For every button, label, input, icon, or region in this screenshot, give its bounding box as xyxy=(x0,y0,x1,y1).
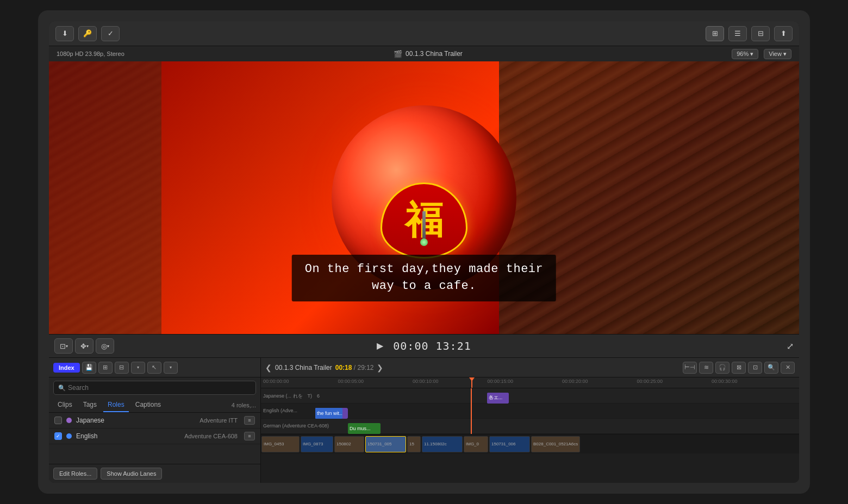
tab-tags[interactable]: Tags xyxy=(79,398,101,412)
timeline-arrow-right[interactable]: ❯ xyxy=(377,363,383,372)
top-toolbar: ⬇ 🔑 ✓ ⊞ ☰ ⊟ ⬆ xyxy=(49,21,799,46)
video-info-bar: 1080p HD 23.98p, Stereo 🎬 00.1.3 China T… xyxy=(49,46,799,61)
index-button[interactable]: Index xyxy=(53,363,80,373)
viewer-section: 1080p HD 23.98p, Stereo 🎬 00.1.3 China T… xyxy=(49,46,799,358)
search-input[interactable] xyxy=(68,384,251,392)
en-clip-13[interactable]: the fun wit... xyxy=(315,408,342,419)
grid-icon: ⊞ xyxy=(712,29,718,37)
filmstrip-clip-6[interactable]: 11.150802c xyxy=(422,436,463,452)
zoom-control[interactable]: 96% ▾ xyxy=(732,49,758,59)
download-button[interactable]: ⬇ xyxy=(55,26,74,41)
toolbar-left: ⬇ 🔑 ✓ xyxy=(55,26,120,41)
filmstrip-clip-3[interactable]: 150802 xyxy=(334,436,364,452)
list-button[interactable]: ☰ xyxy=(728,26,747,41)
show-audio-lanes-button[interactable]: Show Audio Lanes xyxy=(101,468,162,480)
sidebar-grid-button[interactable]: ⊟ xyxy=(115,362,129,374)
tab-captions[interactable]: Captions xyxy=(131,398,165,412)
english-lines-button[interactable]: ≡ xyxy=(244,432,255,440)
timeline-arrow-left[interactable]: ❮ xyxy=(265,363,272,372)
tl-audio-button[interactable]: ≋ xyxy=(699,362,713,374)
playback-tools-left: ⊡ ▾ ✥ ▾ ◎ ▾ xyxy=(54,338,114,354)
key-button[interactable]: 🔑 xyxy=(78,26,97,41)
timeline-nav-left: ❮ 00.1.3 China Trailer 00:18 / 29:12 ❯ xyxy=(265,363,383,372)
search-icon: 🔍 xyxy=(58,385,66,392)
tab-clips[interactable]: Clips xyxy=(53,398,77,412)
filmstrip-clip-8[interactable]: 150731_006 xyxy=(489,436,530,452)
english-name: English xyxy=(76,432,180,440)
english-track-label: English (Adve... xyxy=(261,408,300,413)
sidebar-toolbar: Index 💾 ⊞ ⊟ ▾ ↖ ▾ xyxy=(49,358,260,377)
check-button[interactable]: ✓ xyxy=(101,26,120,41)
playback-tools-right: ⤢ xyxy=(787,341,794,351)
filmstrip-clip-9[interactable]: B028_C001_0521A6cs xyxy=(531,436,580,452)
english-checkbox[interactable]: ✓ xyxy=(54,432,62,440)
playback-bar: ⊡ ▾ ✥ ▾ ◎ ▾ ▶ 00:00 13:21 ⤢ xyxy=(49,334,799,358)
chevron-down-icon3: ▾ xyxy=(107,344,109,349)
total-time: 29:12 xyxy=(357,364,373,371)
playhead-english xyxy=(471,404,472,419)
japanese-lines-button[interactable]: ≡ xyxy=(244,416,255,425)
sliders-icon: ⊟ xyxy=(758,29,764,37)
sidebar-share-button[interactable]: ⊞ xyxy=(98,362,113,374)
grid-button[interactable]: ⊞ xyxy=(706,26,724,41)
jp-clip-4[interactable]: 各エ... xyxy=(487,393,509,404)
sidebar-cursor-button[interactable]: ↖ xyxy=(147,362,161,374)
tl-zoom-in-button[interactable]: 🔍 xyxy=(764,362,778,374)
wood-texture-left xyxy=(49,61,161,334)
ruler-mark-6: 00:00:30:00 xyxy=(712,379,738,384)
ruler-mark-2: 00:00:10:00 xyxy=(413,379,439,384)
de-clip-3[interactable]: Du mus... xyxy=(348,423,381,434)
german-track-content: German (Adventure CEA-608) W Sprache... … xyxy=(261,419,799,434)
chevron-down-icon2: ▾ xyxy=(86,344,89,349)
sidebar-bottom-bar: Edit Roles... Show Audio Lanes xyxy=(49,464,260,483)
download-icon: ⬇ xyxy=(62,29,68,37)
japanese-name: Japanese xyxy=(76,417,195,424)
tl-snap-button[interactable]: ⊢⊣ xyxy=(683,362,697,374)
sidebar-cursor-chevron-button[interactable]: ▾ xyxy=(164,362,178,374)
video-title: 00.1.3 China Trailer xyxy=(406,50,463,58)
filmstrip-clip-7[interactable]: IMG_0 xyxy=(464,436,488,452)
layout-icon: ⊡ xyxy=(60,342,66,350)
subtitle-overlay: On the first day,they made their way to … xyxy=(292,255,556,301)
play-button[interactable]: ▶ xyxy=(377,341,388,351)
tl-split-button[interactable]: ⊠ xyxy=(732,362,746,374)
effect-button[interactable]: ◎ ▾ xyxy=(96,338,114,354)
tl-headphones-button[interactable]: 🎧 xyxy=(715,362,729,374)
track-english: English (Adve... Our intr... 008 Six... … xyxy=(261,404,799,419)
english-type: Adventure CEA-608 xyxy=(184,433,238,439)
timeline-title: 00.1.3 China Trailer xyxy=(275,364,332,371)
edit-roles-button[interactable]: Edit Roles... xyxy=(53,468,97,480)
export-button[interactable]: ⬆ xyxy=(774,26,793,41)
ruler-container: 00:00:00:00 00:00:05:00 00:00:10:00 00:0… xyxy=(263,377,797,388)
timeline-header: ❮ 00.1.3 China Trailer 00:18 / 29:12 ❯ ⊢… xyxy=(261,358,799,377)
sidebar-chevron-button[interactable]: ▾ xyxy=(131,362,145,374)
effect-icon: ◎ xyxy=(101,342,107,350)
tassel-ball xyxy=(420,238,428,246)
filmstrip-clip-1[interactable]: IMG_0453 xyxy=(261,436,300,452)
tab-roles[interactable]: Roles xyxy=(103,398,129,412)
view-layout-button[interactable]: ⊡ ▾ xyxy=(54,338,73,354)
transform-button[interactable]: ✥ ▾ xyxy=(75,338,93,354)
video-format: 1080p HD 23.98p, Stereo xyxy=(57,51,124,57)
view-button[interactable]: View ▾ xyxy=(764,49,791,59)
sidebar-save-button[interactable]: 💾 xyxy=(82,362,96,374)
sidebar: Index 💾 ⊞ ⊟ ▾ ↖ ▾ 🔍 Cli xyxy=(49,358,261,483)
filmstrip-clip-4[interactable]: 150731_005 xyxy=(365,436,406,452)
sliders-button[interactable]: ⊟ xyxy=(751,26,770,41)
role-item-japanese: Japanese Adventure ITT ≡ xyxy=(49,413,260,429)
filmstrip-clip-2[interactable]: IMG_0873 xyxy=(301,436,333,452)
tl-close-button[interactable]: ✕ xyxy=(781,362,795,374)
video-frame: 福 On the first day,they made their way t… xyxy=(49,61,799,334)
japanese-checkbox[interactable] xyxy=(54,417,62,424)
roles-count: 4 roles,... xyxy=(232,402,256,408)
timeline-time: 00:18 / 29:12 xyxy=(335,364,374,371)
film-icon: 🎬 xyxy=(394,50,402,58)
ruler-mark-5: 00:00:25:00 xyxy=(637,379,663,384)
timeline-ruler: 00:00:00:00 00:00:05:00 00:00:10:00 00:0… xyxy=(261,377,799,388)
role-item-english: ✓ English Adventure CEA-608 ≡ xyxy=(49,429,260,444)
fullscreen-button[interactable]: ⤢ xyxy=(787,342,794,351)
japanese-type: Adventure ITT xyxy=(199,417,238,424)
filmstrip-clip-5[interactable]: 15 xyxy=(407,436,421,452)
tl-grid2-button[interactable]: ⊡ xyxy=(748,362,762,374)
ruler-mark-1: 00:00:05:00 xyxy=(338,379,364,384)
